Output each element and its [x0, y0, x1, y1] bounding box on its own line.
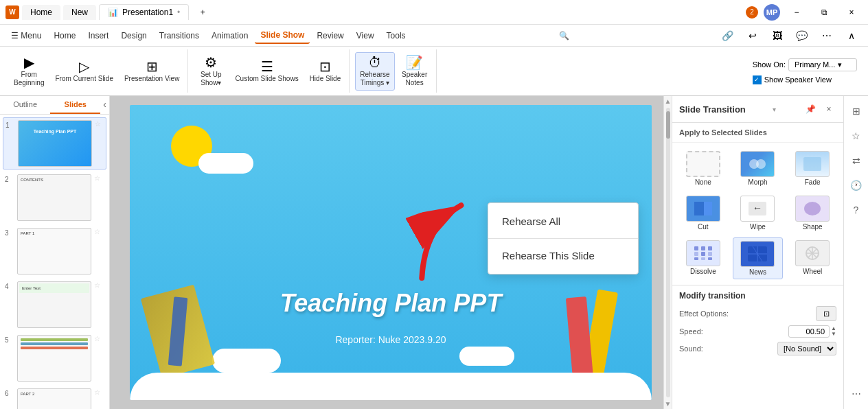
menu-item-slideshow[interactable]: Slide Show — [255, 27, 310, 44]
transition-none[interactable]: None — [678, 148, 729, 189]
rehearse-timings-icon: ⏱ — [368, 56, 382, 69]
rehearse-this-slide-item[interactable]: Rehearse This Slide — [488, 240, 638, 271]
ribbon-group-setup: ⚙ Set UpShow▾ ☰ Custom Slide Shows ⊡ Hid… — [190, 49, 350, 93]
transition-wipe[interactable]: ← Wipe — [733, 193, 784, 233]
panel-title-arrow: ▾ — [773, 106, 776, 113]
transition-wipe-icon: ← — [740, 196, 775, 222]
hide-slide-btn[interactable]: ⊡ Hide Slide — [306, 57, 345, 86]
icon-strip-star-btn[interactable]: ☆ — [847, 126, 866, 145]
transition-morph-label: Morph — [748, 178, 767, 186]
slide-star-6: ☆ — [94, 388, 100, 396]
scroll-thumb[interactable] — [666, 111, 670, 139]
slide-thumb-2[interactable]: 2 CONTENTS ☆ — [3, 172, 106, 223]
hide-slide-icon: ⊡ — [319, 60, 331, 73]
slide-thumb-3[interactable]: 3 PART 1 ☆ — [3, 226, 106, 277]
maximize-btn[interactable]: ⧉ — [813, 3, 835, 22]
speed-stepper[interactable]: ▲ ▼ — [831, 326, 836, 337]
menu-bar: ☰ Menu Home Insert Design Transitions An… — [0, 25, 868, 47]
tab-presentation[interactable]: 📊 Presentation1 • — [99, 4, 189, 20]
set-up-show-btn[interactable]: ⚙ Set UpShow▾ — [194, 53, 228, 90]
menu-item-review[interactable]: Review — [311, 28, 349, 43]
svg-rect-9 — [694, 246, 698, 250]
menu-item-design[interactable]: Design — [115, 28, 152, 43]
modify-title: Modify transition — [679, 291, 836, 301]
search-btn[interactable]: 🔍 — [554, 27, 573, 44]
tab-new[interactable]: New — [63, 5, 96, 20]
panel-collapse-btn[interactable]: ‹ — [100, 96, 109, 114]
add-tab-btn[interactable]: + — [192, 3, 214, 22]
show-speaker-view-checkbox[interactable]: ✓ — [753, 75, 762, 84]
tab-home[interactable]: Home — [22, 5, 60, 20]
show-on-dropdown-icon: ▾ — [838, 60, 842, 69]
toolbar-btn-5[interactable]: ⋯ — [816, 26, 838, 45]
avatar[interactable]: MP — [764, 4, 780, 21]
icon-strip-layout-btn[interactable]: ⊞ — [847, 102, 866, 121]
slide-thumb-5[interactable]: 5 ☆ — [3, 333, 106, 384]
checkmark-icon: ✓ — [754, 76, 760, 83]
menu-item-animation[interactable]: Animation — [206, 28, 253, 43]
minimize-btn[interactable]: − — [786, 3, 808, 22]
transition-shape[interactable]: Shape — [787, 193, 838, 233]
speed-input[interactable] — [788, 325, 830, 338]
menu-item-menu[interactable]: ☰ Menu — [5, 28, 47, 43]
svg-rect-16 — [701, 257, 705, 260]
menu-item-insert[interactable]: Insert — [82, 28, 114, 43]
outline-tab[interactable]: Outline — [0, 96, 50, 114]
slide-star-3: ☆ — [94, 228, 100, 235]
icon-strip-help-btn[interactable]: ? — [847, 200, 866, 220]
transition-dissolve[interactable]: Dissolve — [678, 237, 729, 279]
tab-dot: • — [177, 8, 180, 17]
sound-select[interactable]: [No Sound] — [777, 342, 836, 355]
svg-text:←: ← — [753, 202, 762, 213]
cloud-3 — [459, 347, 514, 366]
svg-rect-3 — [803, 157, 821, 171]
menu-item-home[interactable]: Home — [48, 28, 81, 43]
slides-tab[interactable]: Slides — [50, 96, 100, 114]
speaker-notes-btn[interactable]: 📝 SpeakerNotes — [398, 53, 432, 90]
custom-slide-shows-btn[interactable]: ☰ Custom Slide Shows — [231, 57, 302, 86]
toolbar-btn-2[interactable]: ↩ — [742, 26, 764, 45]
rehearse-timings-btn[interactable]: ⏱ RehearseTimings ▾ — [355, 52, 394, 91]
transition-news[interactable]: News — [733, 237, 784, 279]
from-current-label: From Current Slide — [55, 75, 113, 83]
slide-thumb-4[interactable]: 4 Enter Text ☆ — [3, 279, 106, 330]
rehearse-timings-label: RehearseTimings ▾ — [360, 71, 389, 87]
transition-cut[interactable]: Cut — [678, 193, 729, 233]
menu-item-view[interactable]: View — [351, 28, 380, 43]
from-current-btn[interactable]: ▷ From Current Slide — [51, 57, 117, 86]
scroll-down-btn[interactable]: ▼ — [663, 399, 672, 409]
panel-close-btn[interactable]: × — [821, 102, 836, 117]
notification-badge[interactable]: 2 — [746, 6, 758, 19]
icon-strip-sync-btn[interactable]: ⇄ — [847, 151, 866, 170]
from-beginning-btn[interactable]: ▶ FromBeginning — [10, 53, 48, 90]
toolbar-btn-4[interactable]: 💬 — [791, 26, 813, 45]
transition-shape-icon — [795, 196, 830, 222]
toolbar-btn-1[interactable]: 🔗 — [717, 26, 739, 45]
show-on-label: Show On: — [753, 60, 786, 69]
panel-pin-btn[interactable]: 📌 — [803, 102, 819, 117]
transition-morph-icon — [740, 151, 775, 177]
scroll-up-btn[interactable]: ▲ — [663, 96, 672, 106]
svg-rect-4 — [694, 202, 704, 215]
slide-preview-5 — [17, 335, 91, 382]
show-on-select[interactable]: Primary M... ▾ — [788, 58, 857, 71]
slide-num-1: 1 — [5, 120, 15, 129]
center-area: Teaching Plan PPT Reporter: Nuke 2023.9.… — [110, 96, 672, 409]
transition-wheel[interactable]: Wheel — [787, 237, 838, 279]
close-btn[interactable]: × — [841, 3, 863, 22]
presentation-view-btn[interactable]: ⊞ Presentation View — [120, 57, 183, 86]
menu-item-tools[interactable]: Tools — [381, 28, 411, 43]
menu-item-transitions[interactable]: Transitions — [154, 28, 205, 43]
effect-options-btn[interactable]: ⊡ — [816, 306, 836, 321]
slide-thumb-6[interactable]: 6 PART 2 ☆ — [3, 386, 106, 409]
slide-thumb-1[interactable]: 1 Teaching Plan PPT ☆ — [3, 117, 106, 170]
toolbar-collapse-btn[interactable]: ∧ — [841, 26, 863, 45]
transition-fade[interactable]: Fade — [787, 148, 838, 189]
icon-strip-history-btn[interactable]: 🕐 — [847, 176, 866, 195]
icon-strip-more-btn[interactable]: ⋯ — [847, 384, 866, 404]
transition-morph[interactable]: Morph — [733, 148, 784, 189]
rehearse-all-item[interactable]: Rehearse All — [488, 206, 638, 237]
speed-down-icon[interactable]: ▼ — [831, 331, 836, 337]
toolbar-btn-3[interactable]: 🖼 — [766, 26, 788, 45]
title-bar: W Home New 📊 Presentation1 • + 2 MP − ⧉ … — [0, 0, 868, 25]
